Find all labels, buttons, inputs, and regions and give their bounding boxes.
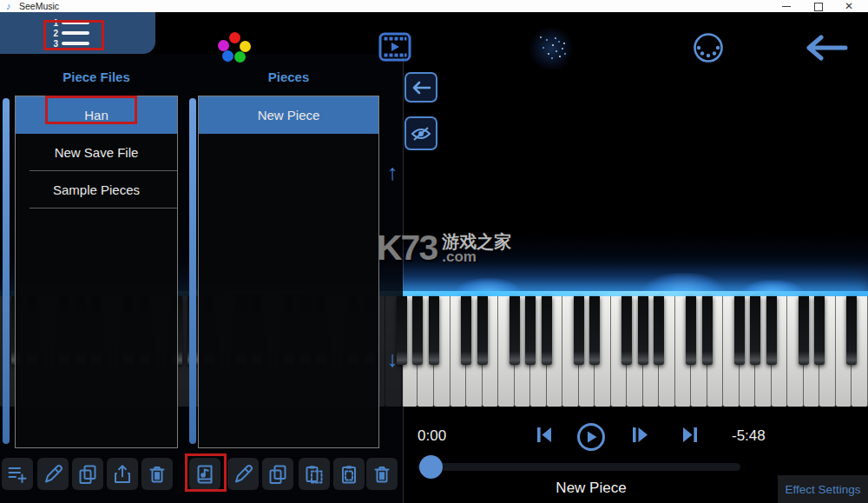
piano-black-key[interactable] [766, 296, 777, 365]
elapsed-time: 0:00 [418, 427, 446, 445]
rename-file-button[interactable] [37, 458, 69, 490]
left-arrow-icon [411, 81, 431, 95]
eye-off-icon [411, 126, 431, 142]
copy-icon [267, 464, 288, 485]
hide-visibility-button[interactable] [404, 116, 437, 150]
piano-black-key[interactable] [638, 296, 648, 365]
clipboard-copy-icon [304, 464, 325, 485]
copy-to-clipboard-button[interactable] [299, 458, 330, 490]
seemusic-window: ♪ SeeMusic ✕ 1 2 3 [0, 0, 868, 503]
pieces-scrollbar[interactable] [189, 98, 196, 444]
piece-files-scrollbar[interactable] [3, 98, 10, 444]
pencil-icon [43, 464, 63, 485]
transport-bar: 0:00 -5:48 New Piece Effect Settings [404, 417, 868, 503]
color-dot-blue [222, 50, 233, 62]
piano-black-key[interactable] [542, 296, 552, 365]
tab-piece-files[interactable]: 1 2 3 [0, 12, 155, 54]
list-item-new-save-file[interactable]: New Save File [16, 134, 177, 171]
particle-dots [540, 36, 542, 38]
piano-black-key[interactable] [525, 296, 536, 365]
watermark-chinese: 游戏之家 [442, 233, 511, 250]
midi-connector-icon[interactable] [692, 31, 725, 64]
progress-handle[interactable] [419, 455, 443, 479]
current-piece-title: New Piece [504, 480, 678, 497]
skip-to-start-button[interactable] [536, 426, 553, 444]
pencil-icon [233, 464, 253, 485]
numbered-list-icon[interactable]: 1 2 3 [50, 18, 89, 50]
piano-black-key[interactable] [589, 296, 600, 365]
scroll-down-arrow[interactable]: ↓ [382, 347, 403, 372]
step-forward-button[interactable] [631, 426, 648, 444]
close-button[interactable]: ✕ [838, 0, 861, 12]
trash-icon [147, 464, 168, 485]
trash-icon [372, 464, 392, 485]
k73-watermark: K73 游戏之家 .com [377, 231, 511, 264]
skip-to-end-button[interactable] [681, 426, 699, 444]
piano-black-key[interactable] [574, 296, 584, 365]
color-dot-green [234, 51, 246, 63]
piano-black-key[interactable] [814, 296, 825, 365]
copy-file-button[interactable] [72, 458, 103, 490]
play-button[interactable] [576, 422, 606, 452]
remaining-time: -5:48 [732, 427, 766, 445]
color-dot-yellow [240, 41, 251, 52]
scroll-up-arrow[interactable]: ↑ [382, 160, 403, 185]
pieces-header: Pieces [198, 69, 379, 84]
list-item-new-piece[interactable]: New Piece [199, 96, 378, 134]
watermark-com: .com [442, 250, 511, 264]
copy-piece-button[interactable] [262, 458, 293, 490]
color-dot-red [229, 32, 240, 43]
piano-black-key[interactable] [686, 296, 696, 365]
playlist-add-icon [7, 464, 28, 485]
close-icon: ✕ [845, 0, 853, 12]
color-wheel-icon[interactable] [219, 32, 253, 65]
progress-track[interactable] [418, 463, 740, 471]
import-piece-button[interactable] [189, 458, 220, 490]
add-save-file-button[interactable] [2, 458, 33, 490]
share-upload-icon [112, 464, 133, 485]
delete-file-button[interactable] [141, 458, 173, 490]
collapse-panel-button[interactable] [404, 72, 437, 103]
video-render-icon[interactable] [378, 32, 411, 62]
piano-black-key[interactable] [621, 296, 632, 365]
piece-files-header: Piece Files [15, 69, 178, 84]
paste-from-clipboard-button[interactable] [333, 458, 365, 490]
list-digit: 1 [50, 18, 58, 28]
list-bar [62, 31, 89, 35]
app-music-note-icon: ♪ [6, 1, 11, 12]
title-bar: ♪ SeeMusic ✕ [0, 0, 868, 12]
piano-black-key[interactable] [750, 296, 760, 365]
top-toolbar: 1 2 3 [0, 12, 868, 54]
clipboard-paste-icon [339, 464, 359, 485]
list-digit: 2 [50, 29, 58, 38]
maximize-icon [814, 3, 823, 11]
minimize-button[interactable] [775, 0, 798, 12]
app-title: SeeMusic [19, 0, 59, 12]
pieces-list: New Piece [198, 96, 379, 448]
piano-black-key[interactable] [734, 296, 745, 365]
list-digit: 3 [50, 39, 58, 49]
piano-black-key[interactable] [461, 296, 471, 365]
piano-black-key[interactable] [429, 296, 439, 365]
particles-icon[interactable] [529, 28, 573, 69]
copy-icon [77, 464, 98, 485]
effect-settings-button[interactable]: Effect Settings [778, 475, 868, 503]
piano-black-key[interactable] [477, 296, 488, 365]
delete-piece-button[interactable] [366, 458, 398, 490]
piano-black-key[interactable] [799, 296, 809, 365]
piano-black-key[interactable] [702, 296, 713, 365]
maximize-button[interactable] [807, 0, 830, 12]
list-item-sample-pieces[interactable]: Sample Pieces [16, 171, 177, 208]
rename-piece-button[interactable] [227, 458, 259, 490]
list-item-han[interactable]: Han [16, 96, 177, 134]
piano-black-key[interactable] [510, 296, 520, 365]
minimize-icon [782, 6, 791, 7]
export-file-button[interactable] [107, 458, 138, 490]
piano-black-key[interactable] [412, 296, 423, 365]
piece-files-list: Han New Save File Sample Pieces [15, 96, 178, 448]
piano-black-key[interactable] [846, 296, 857, 365]
music-document-icon [194, 464, 215, 485]
piano-black-key[interactable] [654, 296, 664, 365]
back-arrow-icon[interactable] [802, 35, 849, 61]
list-bar [62, 21, 89, 24]
